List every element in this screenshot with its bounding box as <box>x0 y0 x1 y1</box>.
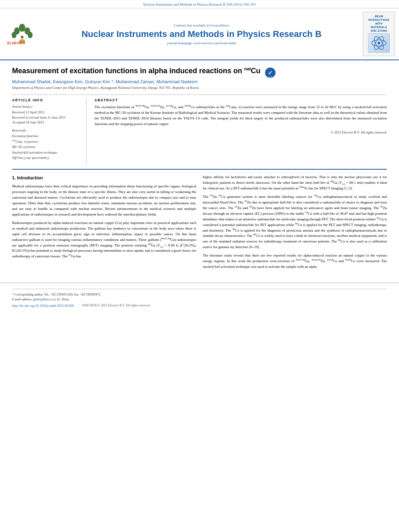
intro-paragraph-3: higher affinity for lactoferrin and easi… <box>203 175 387 191</box>
copyright-text: © 2015 Elsevier B.V. All rights reserved… <box>95 130 387 134</box>
article-affiliation: Department of Physics and Center for Hig… <box>12 86 387 90</box>
sciencedirect-line: Contents lists available at ScienceDirec… <box>174 23 229 27</box>
body-left-col: 1. Introduction Medical radioisotopes ha… <box>12 175 196 273</box>
journal-citation: Nuclear Instruments and Methods in Physi… <box>143 2 256 6</box>
footer-divider <box>12 289 387 289</box>
email-label: E-mail address: <box>12 298 33 301</box>
abstract-text: The excitation functions of 66,67,68Ga, … <box>95 105 387 127</box>
article-history: Article history: Received 13 April 2015 … <box>12 105 80 125</box>
author-email[interactable]: gnkim@knu.ac.kr <box>33 298 56 301</box>
svg-text:ELSEVIER: ELSEVIER <box>7 41 25 45</box>
svg-point-5 <box>28 32 33 38</box>
intro-paragraph-4: The 62Zn–62Cu generator system is most d… <box>203 194 387 250</box>
body-columns: 1. Introduction Medical radioisotopes ha… <box>12 175 387 273</box>
intro-paragraph-1: Medical radioisotopes have their critica… <box>12 184 196 218</box>
article-title-row: Measurement of excitation functions in a… <box>12 66 387 79</box>
article-keywords: Keywords: Excitation function natCu(α, x… <box>12 128 80 161</box>
journal-homepage-line: journal homepage: www.elsevier.com/locat… <box>167 41 236 45</box>
elsevier-logo-area: ELSEVIER <box>4 12 40 56</box>
intro-paragraph-5: The literature study reveals that there … <box>203 253 387 270</box>
sciencedirect-link-text[interactable]: ScienceDirect <box>210 23 229 27</box>
article-divider-1 <box>12 94 387 95</box>
revised-date: Received in revised form 11 June 2015 <box>12 115 80 120</box>
keyword-5: Off-line γ-ray spectrometry <box>12 156 49 160</box>
journal-top-bar: Nuclear Instruments and Methods in Physi… <box>0 0 399 8</box>
journal-title-area: Contents lists available at ScienceDirec… <box>44 12 359 56</box>
svg-point-4 <box>12 32 16 38</box>
keyword-3: MC-50 cyclotron <box>12 145 35 149</box>
intro-paragraph-2: Radioisotopes produced by alpha-induced … <box>12 220 196 260</box>
svg-text:CrossMark: CrossMark <box>266 76 275 78</box>
article-info-panel: ARTICLE INFO Article history: Received 1… <box>12 98 86 164</box>
keyword-1: Excitation function <box>12 134 38 138</box>
accepted-date: Accepted 24 June 2015 <box>12 120 80 125</box>
journal-main-title: Nuclear Instruments and Methods in Physi… <box>82 29 322 39</box>
history-content: Received 13 April 2015 Received in revis… <box>12 110 80 125</box>
body-divider <box>12 169 387 170</box>
article-content: Measurement of excitation functions in a… <box>0 60 399 279</box>
received-date: Received 13 April 2015 <box>12 110 80 115</box>
body-right-col: higher affinity for lactoferrin and easi… <box>203 175 387 273</box>
corresponding-author-note: * Corresponding author. Tel.: +82 539505… <box>12 292 387 302</box>
page-footer: * Corresponding author. Tel.: +82 539505… <box>0 283 399 310</box>
keywords-label: Keywords: <box>12 128 80 132</box>
article-authors: Muhammad Shahid, Kwangsoo Kim, Guinyun K… <box>12 79 387 84</box>
svg-point-1 <box>19 24 25 32</box>
doi-link[interactable]: http://dx.doi.org/10.1016/j.nimb.2015.06… <box>12 304 74 308</box>
badge-visual-icon <box>368 33 390 53</box>
svg-text:✓: ✓ <box>268 70 273 76</box>
article-title: Measurement of excitation functions in a… <box>12 66 261 76</box>
keywords-list: Excitation function natCu(α, x) process … <box>12 134 80 161</box>
abstract-label: ABSTRACT <box>95 98 387 102</box>
footer-links: http://dx.doi.org/10.1016/j.nimb.2015.06… <box>12 304 387 308</box>
homepage-url[interactable]: www.elsevier.com/locate/nimb <box>193 41 236 45</box>
svg-point-13 <box>378 42 380 44</box>
issn-text: 0168-583X/© 2015 Elsevier B.V. All right… <box>82 304 150 308</box>
history-label: Article history: <box>12 105 80 109</box>
intro-heading: 1. Introduction <box>12 175 196 181</box>
abstract-panel: ABSTRACT The excitation functions of 66,… <box>95 98 387 164</box>
badge-title: BEAM INTERACTIONS WITH MATERIALS AND ATO… <box>368 14 390 33</box>
beam-interactions-badge: BEAM INTERACTIONS WITH MATERIALS AND ATO… <box>363 12 395 56</box>
keyword-4: Stacked-foil activation technique <box>12 150 57 154</box>
atom-icon <box>371 35 387 51</box>
journal-header: ELSEVIER Contents lists available at Sci… <box>0 8 399 60</box>
info-abstract-section: ARTICLE INFO Article history: Received 1… <box>12 98 387 164</box>
crossmark-icon[interactable]: ✓ CrossMark <box>265 67 276 78</box>
keyword-2: natCu(α, x) process <box>12 140 38 144</box>
article-info-label: ARTICLE INFO <box>12 98 80 102</box>
elsevier-logo-icon: ELSEVIER <box>6 23 38 45</box>
